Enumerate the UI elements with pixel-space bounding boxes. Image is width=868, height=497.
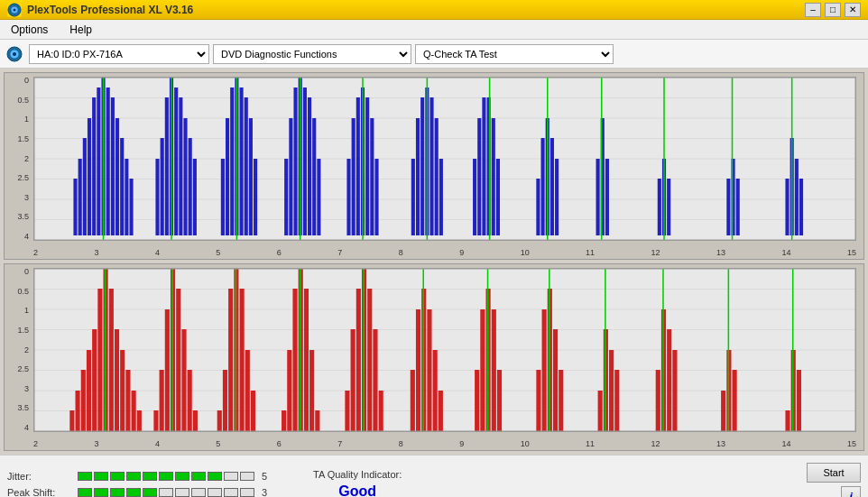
drive-select[interactable]: HA:0 ID:0 PX-716A bbox=[29, 44, 209, 64]
svg-rect-64 bbox=[411, 159, 415, 235]
svg-rect-36 bbox=[193, 159, 197, 235]
peakshift-label: Peak Shift: bbox=[7, 487, 70, 497]
svg-rect-130 bbox=[188, 370, 192, 431]
test-select[interactable]: Q-Check TA Test bbox=[415, 44, 614, 64]
svg-rect-110 bbox=[69, 410, 74, 431]
svg-rect-51 bbox=[303, 87, 307, 235]
svg-rect-133 bbox=[217, 410, 222, 431]
svg-rect-99 bbox=[795, 159, 799, 235]
svg-rect-42 bbox=[240, 87, 244, 235]
svg-rect-176 bbox=[598, 391, 603, 431]
svg-rect-83 bbox=[555, 159, 559, 235]
svg-rect-186 bbox=[721, 391, 725, 431]
svg-rect-91 bbox=[667, 179, 670, 235]
svg-rect-79 bbox=[536, 179, 540, 235]
minimize-button[interactable]: – bbox=[805, 3, 821, 17]
svg-rect-120 bbox=[125, 370, 130, 431]
status-left: Jitter: 5 Peak Shift: bbox=[7, 471, 267, 497]
jitter-led-10 bbox=[224, 472, 238, 481]
function-select[interactable]: DVD Diagnostic Functions bbox=[213, 44, 411, 64]
svg-rect-65 bbox=[416, 118, 420, 235]
bottom-chart-panel: 4 3.5 3 2.5 2 1.5 1 0.5 0 bbox=[4, 263, 864, 451]
svg-rect-154 bbox=[373, 329, 377, 431]
svg-rect-44 bbox=[249, 118, 253, 235]
drive-icon bbox=[4, 43, 25, 65]
jitter-led-5 bbox=[143, 472, 157, 481]
svg-rect-49 bbox=[293, 87, 297, 235]
bottom-chart-x-axis: 2 3 4 5 6 7 8 9 10 11 12 13 14 15 bbox=[33, 439, 856, 448]
svg-rect-29 bbox=[161, 138, 164, 235]
jitter-led-9 bbox=[208, 472, 222, 481]
svg-rect-24 bbox=[120, 138, 124, 235]
svg-rect-112 bbox=[81, 370, 86, 431]
svg-rect-128 bbox=[176, 289, 180, 431]
svg-rect-73 bbox=[477, 118, 481, 235]
svg-rect-100 bbox=[799, 179, 803, 235]
app-icon bbox=[7, 3, 22, 17]
svg-rect-22 bbox=[111, 97, 115, 235]
svg-rect-119 bbox=[120, 350, 125, 431]
svg-rect-58 bbox=[356, 97, 360, 235]
svg-rect-95 bbox=[736, 179, 740, 235]
svg-rect-174 bbox=[559, 370, 563, 431]
svg-rect-33 bbox=[179, 97, 182, 235]
svg-rect-80 bbox=[541, 138, 545, 235]
svg-rect-149 bbox=[345, 391, 349, 431]
svg-rect-56 bbox=[346, 159, 350, 235]
title-bar-controls[interactable]: – □ ✕ bbox=[805, 3, 861, 17]
start-button[interactable]: Start bbox=[807, 463, 861, 483]
svg-rect-113 bbox=[87, 350, 91, 431]
svg-rect-178 bbox=[609, 350, 614, 431]
svg-rect-153 bbox=[367, 289, 372, 431]
svg-rect-142 bbox=[287, 350, 291, 431]
peakshift-led-4 bbox=[126, 488, 141, 497]
svg-rect-17 bbox=[88, 118, 91, 235]
peakshift-led-10 bbox=[224, 488, 238, 497]
svg-rect-168 bbox=[497, 370, 502, 431]
peakshift-led-9 bbox=[208, 488, 222, 497]
svg-rect-111 bbox=[76, 391, 80, 431]
peakshift-led-2 bbox=[94, 488, 108, 497]
svg-rect-147 bbox=[315, 410, 319, 431]
svg-rect-161 bbox=[433, 350, 438, 431]
maximize-button[interactable]: □ bbox=[825, 3, 841, 17]
svg-rect-115 bbox=[97, 289, 102, 431]
ta-quality-label: TA Quality Indicator: bbox=[313, 469, 402, 480]
svg-rect-52 bbox=[308, 97, 311, 235]
svg-rect-76 bbox=[492, 118, 495, 235]
ta-quality-section: TA Quality Indicator: Good bbox=[267, 469, 448, 497]
svg-rect-157 bbox=[411, 370, 415, 431]
svg-rect-190 bbox=[785, 410, 790, 431]
peakshift-led-3 bbox=[110, 488, 125, 497]
svg-rect-82 bbox=[550, 138, 554, 235]
svg-rect-129 bbox=[181, 329, 186, 431]
svg-rect-15 bbox=[78, 159, 82, 235]
peakshift-led-6 bbox=[159, 488, 173, 497]
svg-rect-43 bbox=[245, 97, 248, 235]
svg-point-2 bbox=[14, 8, 16, 11]
top-chart-x-axis: 2 3 4 5 6 7 8 9 10 11 12 13 14 15 bbox=[33, 248, 856, 257]
svg-rect-151 bbox=[356, 289, 361, 431]
svg-rect-181 bbox=[656, 370, 660, 431]
peakshift-led-11 bbox=[240, 488, 254, 497]
jitter-led-8 bbox=[191, 472, 206, 481]
svg-rect-141 bbox=[282, 410, 286, 431]
svg-rect-122 bbox=[137, 410, 142, 431]
svg-rect-72 bbox=[473, 159, 476, 235]
close-button[interactable]: ✕ bbox=[845, 3, 861, 17]
toolbar: HA:0 ID:0 PX-716A DVD Diagnostic Functio… bbox=[0, 40, 868, 69]
title-bar: PlexTools Professional XL V3.16 – □ ✕ bbox=[0, 0, 868, 20]
svg-rect-97 bbox=[785, 179, 789, 235]
svg-rect-35 bbox=[189, 138, 192, 235]
menu-help[interactable]: Help bbox=[62, 22, 99, 38]
svg-rect-39 bbox=[226, 118, 229, 235]
top-chart-inner bbox=[33, 77, 856, 241]
svg-rect-137 bbox=[240, 289, 245, 431]
jitter-led-4 bbox=[126, 472, 141, 481]
ta-quality-value: Good bbox=[338, 483, 376, 497]
info-button[interactable]: i bbox=[841, 486, 861, 497]
peakshift-led-bar bbox=[78, 488, 254, 497]
svg-rect-77 bbox=[496, 159, 500, 235]
menu-options[interactable]: Options bbox=[4, 22, 55, 38]
svg-rect-70 bbox=[439, 159, 443, 235]
